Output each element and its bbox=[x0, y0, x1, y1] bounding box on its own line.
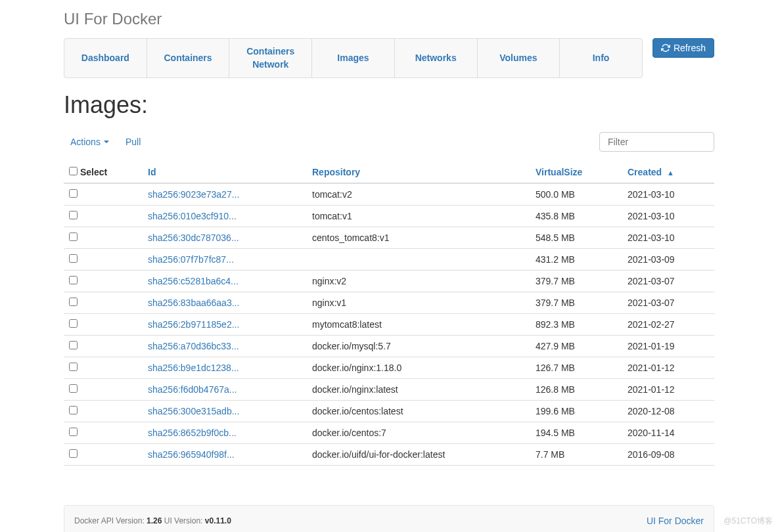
row-checkbox[interactable] bbox=[69, 319, 78, 328]
image-id-link[interactable]: sha256:b9e1dc1238... bbox=[148, 363, 239, 373]
repository-cell: tomcat:v2 bbox=[307, 183, 530, 206]
row-checkbox[interactable] bbox=[69, 449, 78, 458]
nav-tab-containers-network[interactable]: Containers Network bbox=[229, 39, 312, 78]
size-cell: 126.7 MB bbox=[530, 357, 622, 379]
table-row: sha256:300e315adb...docker.io/centos:lat… bbox=[64, 401, 714, 422]
table-row: sha256:f6d0b4767a...docker.io/nginx:late… bbox=[64, 379, 714, 401]
size-cell: 199.6 MB bbox=[530, 401, 622, 422]
size-cell: 435.8 MB bbox=[530, 206, 622, 227]
image-id-link[interactable]: sha256:2b971185e2... bbox=[148, 319, 239, 330]
filter-input[interactable] bbox=[599, 132, 714, 152]
created-cell: 2020-11-14 bbox=[622, 422, 714, 444]
nav-tabs: DashboardContainersContainers NetworkIma… bbox=[64, 38, 643, 78]
row-checkbox[interactable] bbox=[69, 341, 78, 349]
table-row: sha256:010e3cf910...tomcat:v1435.8 MB202… bbox=[64, 206, 714, 227]
created-cell: 2021-03-10 bbox=[622, 227, 714, 249]
footer-link[interactable]: UI For Docker bbox=[647, 516, 704, 526]
select-all-checkbox[interactable] bbox=[69, 167, 78, 175]
repository-cell: docker.io/nginx:1.18.0 bbox=[307, 357, 530, 379]
image-id-link[interactable]: sha256:07f7b7fc87... bbox=[148, 254, 234, 265]
select-header: Select bbox=[64, 162, 143, 183]
size-cell: 892.3 MB bbox=[530, 314, 622, 336]
repository-cell: nginx:v1 bbox=[307, 292, 530, 314]
created-cell: 2021-01-19 bbox=[622, 336, 714, 357]
image-id-link[interactable]: sha256:8652b9f0cb... bbox=[148, 428, 237, 438]
created-cell: 2021-03-07 bbox=[622, 292, 714, 314]
created-cell: 2021-03-10 bbox=[622, 183, 714, 206]
image-id-link[interactable]: sha256:010e3cf910... bbox=[148, 211, 237, 221]
footer: Docker API Version: 1.26 UI Version: v0.… bbox=[64, 505, 714, 532]
size-cell: 379.7 MB bbox=[530, 271, 622, 292]
repository-cell: docker.io/centos:7 bbox=[307, 422, 530, 444]
row-checkbox[interactable] bbox=[69, 189, 78, 198]
refresh-label: Refresh bbox=[674, 43, 706, 53]
pull-button[interactable]: Pull bbox=[126, 137, 141, 147]
size-cell: 194.5 MB bbox=[530, 422, 622, 444]
table-row: sha256:30dc787036...centos_tomcat8:v1548… bbox=[64, 227, 714, 249]
table-row: sha256:07f7b7fc87...431.2 MB2021-03-09 bbox=[64, 249, 714, 271]
row-checkbox[interactable] bbox=[69, 363, 78, 371]
repository-cell: centos_tomcat8:v1 bbox=[307, 227, 530, 249]
size-cell: 427.9 MB bbox=[530, 336, 622, 357]
size-cell: 500.0 MB bbox=[530, 183, 622, 206]
image-id-link[interactable]: sha256:83baa66aa3... bbox=[148, 298, 239, 308]
table-row: sha256:c5281ba6c4...nginx:v2379.7 MB2021… bbox=[64, 271, 714, 292]
image-id-link[interactable]: sha256:c5281ba6c4... bbox=[148, 276, 239, 286]
nav-tab-volumes[interactable]: Volumes bbox=[478, 39, 561, 78]
virtualsize-header[interactable]: VirtualSize bbox=[530, 162, 622, 183]
repository-cell: docker.io/uifd/ui-for-docker:latest bbox=[307, 444, 530, 466]
watermark: @51CTO博客 bbox=[723, 516, 773, 527]
footer-text: Docker API Version: 1.26 UI Version: v0.… bbox=[74, 516, 231, 525]
created-label: Created bbox=[628, 167, 662, 177]
image-id-link[interactable]: sha256:9023e73a27... bbox=[148, 189, 239, 200]
created-cell: 2021-03-09 bbox=[622, 249, 714, 271]
table-row: sha256:9023e73a27...tomcat:v2500.0 MB202… bbox=[64, 183, 714, 206]
row-checkbox[interactable] bbox=[69, 406, 78, 414]
image-id-link[interactable]: sha256:f6d0b4767a... bbox=[148, 384, 237, 395]
refresh-icon bbox=[661, 43, 670, 53]
id-header[interactable]: Id bbox=[143, 162, 307, 183]
repository-cell: docker.io/nginx:latest bbox=[307, 379, 530, 401]
nav-tab-containers[interactable]: Containers bbox=[147, 39, 230, 78]
row-checkbox[interactable] bbox=[69, 384, 78, 393]
page-title: Images: bbox=[64, 91, 714, 119]
size-cell: 379.7 MB bbox=[530, 292, 622, 314]
created-cell: 2021-03-10 bbox=[622, 206, 714, 227]
actions-label: Actions bbox=[70, 137, 101, 147]
row-checkbox[interactable] bbox=[69, 276, 78, 284]
created-cell: 2021-03-07 bbox=[622, 271, 714, 292]
row-checkbox[interactable] bbox=[69, 428, 78, 436]
repository-header[interactable]: Repository bbox=[307, 162, 530, 183]
nav-tab-info[interactable]: Info bbox=[560, 39, 642, 78]
size-cell: 431.2 MB bbox=[530, 249, 622, 271]
repository-cell: tomcat:v1 bbox=[307, 206, 530, 227]
image-id-link[interactable]: sha256:300e315adb... bbox=[148, 406, 239, 416]
table-row: sha256:a70d36bc33...docker.io/mysql:5.74… bbox=[64, 336, 714, 357]
row-checkbox[interactable] bbox=[69, 254, 78, 263]
repository-cell: mytomcat8:latest bbox=[307, 314, 530, 336]
table-row: sha256:2b971185e2...mytomcat8:latest892.… bbox=[64, 314, 714, 336]
created-cell: 2021-01-12 bbox=[622, 379, 714, 401]
repository-cell bbox=[307, 249, 530, 271]
size-cell: 7.7 MB bbox=[530, 444, 622, 466]
image-id-link[interactable]: sha256:a70d36bc33... bbox=[148, 341, 239, 351]
nav-tab-dashboard[interactable]: Dashboard bbox=[64, 39, 147, 78]
row-checkbox[interactable] bbox=[69, 211, 78, 219]
refresh-button[interactable]: Refresh bbox=[652, 38, 714, 58]
created-cell: 2020-12-08 bbox=[622, 401, 714, 422]
created-header[interactable]: Created ▲ bbox=[622, 162, 714, 183]
table-row: sha256:8652b9f0cb...docker.io/centos:719… bbox=[64, 422, 714, 444]
created-cell: 2016-09-08 bbox=[622, 444, 714, 466]
actions-dropdown[interactable]: Actions bbox=[70, 137, 109, 147]
row-checkbox[interactable] bbox=[69, 298, 78, 306]
nav-tab-networks[interactable]: Networks bbox=[395, 39, 478, 78]
caret-down-icon bbox=[104, 141, 109, 143]
created-cell: 2021-02-27 bbox=[622, 314, 714, 336]
image-id-link[interactable]: sha256:965940f98f... bbox=[148, 449, 235, 460]
nav-tab-images[interactable]: Images bbox=[312, 39, 395, 78]
image-id-link[interactable]: sha256:30dc787036... bbox=[148, 233, 239, 243]
table-row: sha256:83baa66aa3...nginx:v1379.7 MB2021… bbox=[64, 292, 714, 314]
table-row: sha256:b9e1dc1238...docker.io/nginx:1.18… bbox=[64, 357, 714, 379]
row-checkbox[interactable] bbox=[69, 233, 78, 241]
images-table: Select Id Repository VirtualSize Created… bbox=[64, 162, 714, 466]
